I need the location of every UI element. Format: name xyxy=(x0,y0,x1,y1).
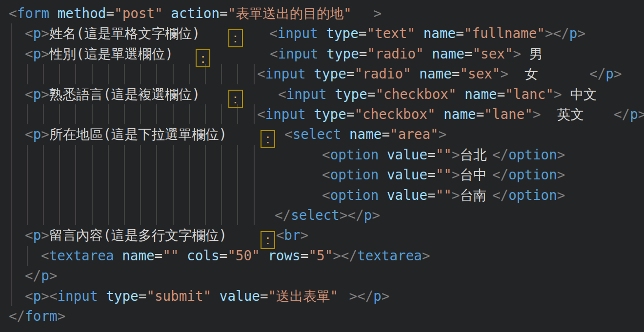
code-line[interactable]: <input type="radio" name="sex"> 女 </p> xyxy=(0,64,644,84)
code-token: p xyxy=(33,126,41,142)
code-token: = xyxy=(220,5,228,21)
code-token: name xyxy=(349,126,382,142)
code-editor[interactable]: <form method="post" action="表單送出的目的地"><p… xyxy=(0,0,644,332)
code-token: = xyxy=(139,288,147,304)
code-token: > xyxy=(452,167,460,183)
code-token: < xyxy=(322,147,330,163)
code-token: "" xyxy=(436,187,452,203)
code-token: p xyxy=(630,106,638,122)
code-token: textarea xyxy=(357,248,422,264)
code-line[interactable]: <input type="checkbox" name="lane"> 英文 <… xyxy=(0,104,644,124)
code-token: input xyxy=(57,288,98,304)
code-token: name xyxy=(122,248,154,264)
code-token: rows xyxy=(268,248,300,264)
code-token: "lanc" xyxy=(505,86,554,102)
code-segment: <form method="post" action="表單送出的目的地"> xyxy=(9,3,382,23)
code-token: > xyxy=(577,25,585,41)
code-token: "area" xyxy=(390,126,439,142)
code-token: form xyxy=(17,5,49,21)
code-line[interactable]: <textarea name="" cols="50" rows="5"></t… xyxy=(0,246,644,266)
code-token: > xyxy=(638,106,644,122)
code-token: name xyxy=(423,25,456,41)
code-token: type xyxy=(106,288,138,304)
code-token: p xyxy=(569,25,578,41)
code-line[interactable]: <p><input type="submit" value="送出表單"></p… xyxy=(0,286,644,306)
code-segment: <select name="area"> xyxy=(284,124,446,144)
code-token: "50" xyxy=(227,248,260,264)
code-token: > xyxy=(554,86,562,102)
code-token: action xyxy=(171,5,220,21)
code-line[interactable]: <option value="">台南</option> xyxy=(0,185,644,205)
code-token: option xyxy=(330,187,379,203)
code-token: "表單送出的目的地" xyxy=(228,3,374,23)
code-token: input xyxy=(278,46,319,62)
code-token: > xyxy=(301,227,309,243)
code-token: "lane" xyxy=(484,106,533,122)
code-token: = xyxy=(346,66,355,82)
code-token: "" xyxy=(436,147,452,163)
code-token: input xyxy=(265,66,306,82)
code-token xyxy=(379,167,387,183)
code-token: < xyxy=(284,126,293,142)
code-token: = xyxy=(452,66,460,82)
code-line[interactable]: <p>姓名(這是單格文字欄位)：<input type="text" name=… xyxy=(0,23,644,43)
code-token: type xyxy=(314,66,346,82)
code-segment: </p> xyxy=(25,266,57,286)
code-token: 台中 xyxy=(460,165,492,185)
code-token: 性別(這是單選欄位) xyxy=(49,44,195,64)
code-token xyxy=(457,86,465,102)
code-token: ></ xyxy=(349,288,374,304)
code-token: value xyxy=(387,187,427,203)
code-line[interactable]: <form method="post" action="表單送出的目的地"> xyxy=(0,3,644,23)
code-token: </ xyxy=(492,167,508,183)
code-token xyxy=(436,106,444,122)
code-token: > xyxy=(58,308,66,324)
code-token: = xyxy=(359,46,367,62)
code-line[interactable]: </p> xyxy=(0,266,644,286)
code-token xyxy=(411,66,420,82)
code-token: = xyxy=(456,25,464,41)
code-token: 熟悉語言(這是複選欄位) xyxy=(49,84,227,104)
code-token: < xyxy=(25,288,33,304)
code-token: "5" xyxy=(308,248,333,264)
code-line[interactable]: <option value="">台北</option> xyxy=(0,145,644,165)
code-token: method xyxy=(58,5,106,21)
code-token: = xyxy=(476,106,484,122)
code-token: < xyxy=(257,106,265,122)
code-token: = xyxy=(346,106,355,122)
code-token xyxy=(306,106,314,122)
code-token: > xyxy=(557,167,565,183)
code-token: p xyxy=(373,288,382,304)
code-token: "sex" xyxy=(472,46,513,62)
code-token: select xyxy=(291,207,340,223)
code-token: 姓名(這是單格文字欄位) xyxy=(49,23,227,43)
code-token: 留言內容(這是多行文字欄位) xyxy=(49,225,260,245)
code-token: "submit" xyxy=(146,288,211,304)
code-line[interactable]: <p>留言內容(這是多行文字欄位)：<br> xyxy=(0,225,644,245)
code-token: option xyxy=(508,147,557,163)
code-token: input xyxy=(265,106,306,122)
code-token: < xyxy=(25,86,33,102)
code-line[interactable]: <p>性別(這是單選欄位)：<input type="radio" name="… xyxy=(0,44,644,64)
code-line[interactable]: </form> xyxy=(0,306,644,326)
code-line[interactable]: </select></p> xyxy=(0,205,644,225)
code-segment: </select></p> xyxy=(275,205,380,225)
code-token: type xyxy=(314,106,346,122)
code-line[interactable]: <option value="">台中</option> xyxy=(0,165,644,185)
code-token: type xyxy=(326,25,358,41)
code-segment: <input type="radio" name="sex"> 男 xyxy=(270,44,545,64)
code-token: ></ xyxy=(340,207,364,223)
code-line[interactable]: <p>熟悉語言(這是複選欄位)：<input type="checkbox" n… xyxy=(0,84,644,104)
code-token: option xyxy=(508,167,557,183)
code-token: < xyxy=(25,227,33,243)
code-segment: </form> xyxy=(9,306,65,326)
code-token: "fullname" xyxy=(464,25,545,41)
code-segment: <textarea name="" cols="50" rows="5"></t… xyxy=(41,246,430,266)
code-segment: <input type="radio" name="sex"> 女 </p> xyxy=(257,64,622,84)
code-token: < xyxy=(322,167,330,183)
code-line[interactable]: <p>所在地區(這是下拉選單欄位)：<select name="area"> xyxy=(0,124,644,144)
code-token xyxy=(379,147,387,163)
code-token: > xyxy=(373,5,382,21)
code-token: > xyxy=(41,46,49,62)
code-token: 女 xyxy=(508,64,589,84)
